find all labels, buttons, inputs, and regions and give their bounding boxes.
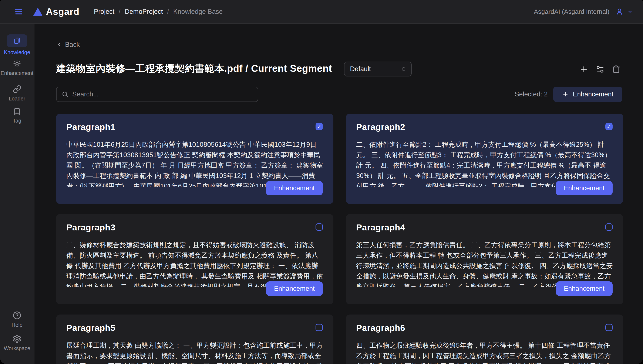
- breadcrumb-knowledge-base[interactable]: Knowledge Base: [173, 8, 223, 16]
- app-window: Asgard Project / DemoProject / Knowledge…: [0, 0, 643, 364]
- selection-row: Selected: 2 Enhancement: [515, 87, 622, 102]
- card-paragraph3: Paragraph3 二、裝修材料應合於建築技術規則之規定，且不得妨害或破壞防火…: [56, 214, 333, 304]
- card-text: 第三人任何損害，乙方應負賠償責任。 二、乙方得依專業分工原則，將本工程分包給第三…: [356, 240, 613, 287]
- card-text: 二、裝修材料應合於建築技術規則之規定，且不得妨害或破壞防火避難設施、 消防設備、…: [66, 240, 323, 287]
- selected-count-label: Selected: 2: [515, 90, 548, 98]
- sidebar: Knowledge Enhancement Loader Tag: [0, 24, 35, 364]
- card-title: Paragraph2: [356, 122, 405, 132]
- sidebar-label-enhancement: Enhancement: [1, 70, 33, 76]
- search-icon: [62, 91, 69, 98]
- card-paragraph2: Paragraph2 ✓ 二、依附件進行至節點2： 工程完成時，甲方支付工程總價…: [346, 114, 623, 204]
- card-text: 展延合理工期，其天數 由雙方協議之： 一、甲方變更設計：包含施工前或施工中，甲方…: [66, 340, 323, 364]
- active-item-pill: [7, 34, 27, 47]
- back-button[interactable]: Back: [56, 41, 80, 48]
- breadcrumb: Project / DemoProject / Knowledge Base: [94, 8, 223, 16]
- account-menu[interactable]: AsgardAI (Asgard Internal): [534, 8, 633, 16]
- add-enhancement-button[interactable]: Enhancement: [553, 87, 622, 102]
- sidebar-label-help: Help: [12, 322, 22, 328]
- segment-actions: [579, 64, 621, 74]
- sidebar-item-help[interactable]: Help: [0, 311, 34, 328]
- chevron-down-icon[interactable]: [627, 8, 633, 15]
- sidebar-item-knowledge[interactable]: Knowledge: [0, 34, 34, 56]
- user-icon[interactable]: [615, 8, 623, 16]
- card-checkbox[interactable]: ✓: [605, 123, 613, 130]
- card-paragraph4: Paragraph4 第三人任何損害，乙方應負賠償責任。 二、乙方得依專業分工原…: [346, 214, 623, 304]
- card-checkbox[interactable]: [605, 324, 613, 331]
- card-enhancement-button[interactable]: Enhancement: [556, 282, 613, 296]
- sidebar-label-tag: Tag: [13, 118, 21, 124]
- card-checkbox[interactable]: [316, 324, 323, 331]
- hamburger-menu-icon[interactable]: [14, 7, 23, 16]
- card-title: Paragraph4: [356, 222, 405, 232]
- book-icon: [14, 37, 21, 44]
- account-label: AsgardAI (Asgard Internal): [534, 8, 609, 15]
- card-paragraph1: Paragraph1 ✓ 中華民國101年6月25日內政部台內營字第101080…: [56, 114, 333, 204]
- logo-text: Asgard: [46, 6, 80, 17]
- card-checkbox[interactable]: ✓: [316, 123, 323, 130]
- breadcrumb-project[interactable]: Project: [94, 8, 114, 16]
- card-checkbox[interactable]: [605, 224, 613, 231]
- help-circle-icon: [13, 311, 22, 320]
- card-enhancement-button[interactable]: Enhancement: [556, 181, 613, 196]
- check-icon: ✓: [317, 124, 321, 129]
- sidebar-label-workspace: Workspace: [4, 345, 30, 352]
- main-content: Back 建築物室內裝修—工程承攬契約書範本.pdf / Current Seg…: [35, 24, 643, 364]
- search-box: [56, 87, 258, 102]
- check-icon: ✓: [607, 124, 611, 129]
- sidebar-label-knowledge: Knowledge: [4, 49, 30, 56]
- segment-card-grid: Paragraph1 ✓ 中華民國101年6月25日內政部台內營字第101080…: [56, 114, 623, 364]
- plus-icon: [562, 91, 569, 98]
- add-enhancement-label: Enhancement: [573, 90, 613, 98]
- back-label: Back: [65, 41, 80, 48]
- bookmark-icon: [13, 108, 21, 116]
- card-title: Paragraph6: [356, 323, 405, 333]
- segment-select-value: Default: [350, 65, 371, 73]
- page-title: 建築物室內裝修—工程承攬契約書範本.pdf / Current Segment: [56, 62, 332, 75]
- card-paragraph5: Paragraph5 展延合理工期，其天數 由雙方協議之： 一、甲方變更設計：包…: [56, 314, 333, 364]
- breadcrumb-separator: /: [119, 8, 121, 16]
- link-icon: [13, 85, 21, 94]
- sun-icon: [13, 60, 21, 68]
- header: Asgard Project / DemoProject / Knowledge…: [0, 0, 643, 24]
- add-segment-button[interactable]: [579, 64, 589, 74]
- sidebar-item-enhancement[interactable]: Enhancement: [0, 60, 34, 76]
- chevrons-up-down-icon: [401, 66, 406, 72]
- breadcrumb-separator: /: [167, 8, 169, 16]
- sidebar-item-loader[interactable]: Loader: [0, 85, 34, 102]
- breadcrumb-demoproject[interactable]: DemoProject: [125, 8, 163, 16]
- card-title: Paragraph3: [66, 222, 115, 232]
- card-enhancement-button[interactable]: Enhancement: [266, 181, 323, 196]
- search-input[interactable]: [72, 90, 253, 98]
- delete-segment-button[interactable]: [611, 64, 621, 74]
- sidebar-item-workspace[interactable]: Workspace: [0, 334, 34, 352]
- logo-triangle-icon: [33, 8, 43, 16]
- chevron-left-icon: [56, 42, 63, 48]
- card-checkbox[interactable]: [316, 224, 323, 231]
- trash-icon: [612, 65, 621, 74]
- card-paragraph6: Paragraph6 四、工作物之瑕疵經驗收完成後逾5年者，甲方不得主張。 第十…: [346, 314, 623, 364]
- card-text: 二、依附件進行至節點2： 工程完成時，甲方支付工程總價 %（最高不得逾25%） …: [356, 139, 613, 187]
- card-enhancement-button[interactable]: Enhancement: [266, 282, 323, 296]
- card-text: 四、工作物之瑕疵經驗收完成後逾5年者，甲方不得主張。 第十四條 工程管理不當責任…: [356, 340, 613, 364]
- plus-icon: [579, 65, 588, 74]
- card-title: Paragraph5: [66, 323, 115, 333]
- segment-settings-button[interactable]: [595, 64, 605, 74]
- gear-icon: [13, 334, 22, 343]
- card-title: Paragraph1: [66, 122, 115, 132]
- segment-select[interactable]: Default: [344, 62, 412, 76]
- sidebar-label-loader: Loader: [9, 96, 25, 102]
- sidebar-item-tag[interactable]: Tag: [0, 108, 34, 124]
- card-text: 中華民國101年6月25日內政部台內營字第1010805614號公告 中華民國1…: [66, 139, 323, 187]
- logo[interactable]: Asgard: [33, 6, 80, 17]
- sliders-icon: [596, 65, 604, 74]
